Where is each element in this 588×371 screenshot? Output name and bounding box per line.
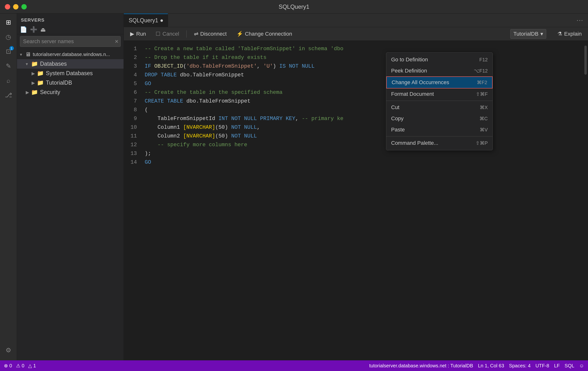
database-selector[interactable]: TutorialDB ▾ bbox=[510, 29, 546, 39]
explain-label: Explain bbox=[564, 31, 582, 37]
tab-modified-dot bbox=[160, 20, 163, 22]
tree-item-tutorialdb[interactable]: ▶ 📁 TutorialDB bbox=[17, 78, 124, 88]
traffic-lights bbox=[5, 4, 27, 10]
cancel-button[interactable]: ☐ Cancel bbox=[153, 29, 181, 39]
status-info[interactable]: △ 1 bbox=[28, 363, 36, 369]
tab-sqlquery1[interactable]: SQLQuery1 bbox=[124, 14, 168, 27]
ctx-cut-shortcut: ⌘X bbox=[480, 104, 488, 110]
ctx-separator-2 bbox=[386, 136, 493, 137]
folder-icon: 📁 bbox=[31, 61, 38, 67]
line-numbers: 1 2 3 4 5 6 7 8 9 10 11 12 13 14 bbox=[124, 41, 141, 360]
sidebar-item-bookmarks[interactable]: ⊡ 1 bbox=[2, 45, 15, 58]
ctx-change-all-label: Change All Occurrences bbox=[392, 79, 449, 86]
tree-item-security[interactable]: ▶ 📁 Security bbox=[17, 88, 124, 97]
ctx-cmd-palette-shortcut: ⇧⌘P bbox=[476, 140, 488, 146]
maximize-button[interactable] bbox=[21, 4, 27, 10]
status-spaces: Spaces: 4 bbox=[509, 363, 531, 369]
activity-bar: ⊞ ◷ ⊡ 1 ✎ ⌕ ⎇ ⚙ bbox=[0, 14, 17, 360]
change-connection-button[interactable]: ⚡ Change Connection bbox=[234, 29, 294, 39]
ctx-peek-def[interactable]: Peek Definition ⌥F12 bbox=[386, 65, 493, 76]
tree-area: ▾ 🖥 tutorialserver.database.windows.n...… bbox=[17, 49, 124, 360]
code-line: ( bbox=[145, 106, 583, 114]
status-position: Ln 1, Col 63 bbox=[478, 363, 504, 369]
status-language[interactable]: SQL bbox=[565, 363, 574, 369]
code-editor: 1 2 3 4 5 6 7 8 9 10 11 12 13 14 -- Crea… bbox=[124, 41, 588, 360]
database-name: TutorialDB bbox=[514, 31, 538, 37]
close-button[interactable] bbox=[5, 4, 10, 10]
scrollbar-thumb[interactable] bbox=[584, 46, 587, 75]
status-warnings[interactable]: ⚠ 0 bbox=[16, 363, 24, 369]
collapse-arrow: ▾ bbox=[26, 61, 31, 67]
ctx-change-all[interactable]: Change All Occurrences ⌘F2 bbox=[386, 76, 493, 89]
ctx-cmd-palette-label: Command Palette... bbox=[391, 140, 438, 146]
expand-arrow: ▶ bbox=[32, 80, 37, 86]
titlebar: SQLQuery1 bbox=[0, 0, 588, 14]
sidebar-item-history[interactable]: ◷ bbox=[2, 30, 15, 43]
search-clear-icon[interactable]: ✕ bbox=[115, 39, 119, 44]
code-line: Column1 [NVARCHAR](50) NOT NULL, bbox=[145, 123, 583, 132]
disconnect-button[interactable]: ⇌ Disconnect bbox=[191, 29, 229, 39]
ctx-cut-label: Cut bbox=[391, 104, 399, 110]
ctx-format-doc[interactable]: Format Document ⇧⌘F bbox=[386, 89, 493, 100]
sidebar-item-git[interactable]: ⎇ bbox=[2, 89, 15, 101]
scrollbar[interactable] bbox=[583, 41, 588, 360]
status-server[interactable]: tutorialserver.database.windows.net : Tu… bbox=[369, 363, 473, 369]
databases-label: Databases bbox=[40, 61, 67, 67]
minimize-button[interactable] bbox=[13, 4, 19, 10]
new-connection-icon[interactable]: ➕ bbox=[30, 26, 37, 33]
code-line: CREATE TABLE dbo.TableFromSnippet bbox=[145, 97, 583, 106]
ctx-go-to-def-shortcut: F12 bbox=[480, 57, 488, 62]
tree-item-system-databases[interactable]: ▶ 📁 System Databases bbox=[17, 69, 124, 78]
search-input[interactable] bbox=[20, 36, 121, 47]
code-line: -- specify more columns here bbox=[145, 141, 583, 149]
tree-item-databases[interactable]: ▾ 📁 Databases bbox=[17, 59, 124, 69]
expand-arrow: ▶ bbox=[26, 90, 31, 95]
status-encoding: UTF-8 bbox=[536, 363, 549, 369]
sidebar-toolbar: 📄 ➕ ⏏ bbox=[17, 25, 124, 34]
run-button[interactable]: ▶ Run bbox=[128, 29, 148, 39]
toolbar: ▶ Run ☐ Cancel ⇌ Disconnect ⚡ Change Con… bbox=[124, 27, 588, 41]
code-content[interactable]: -- Create a new table called 'TableFromS… bbox=[141, 41, 583, 360]
code-line: GO bbox=[145, 80, 583, 88]
ctx-go-to-def[interactable]: Go to Definition F12 bbox=[386, 54, 493, 65]
ctx-separator-1 bbox=[386, 101, 493, 101]
server-label: tutorialserver.database.windows.n... bbox=[33, 52, 110, 57]
status-errors[interactable]: ⊗ 0 bbox=[4, 363, 12, 369]
code-line: DROP TABLE dbo.TableFromSnippet bbox=[145, 71, 583, 80]
folder-icon: 📁 bbox=[37, 70, 44, 77]
expand-arrow: ▶ bbox=[32, 71, 37, 76]
tree-item-server[interactable]: ▾ 🖥 tutorialserver.database.windows.n... bbox=[17, 50, 124, 59]
tab-label: SQLQuery1 bbox=[129, 17, 158, 24]
disconnect-icon: ⇌ bbox=[194, 31, 198, 37]
dropdown-arrow-icon: ▾ bbox=[540, 31, 543, 37]
ctx-paste[interactable]: Paste ⌘V bbox=[386, 124, 493, 135]
server-icon: 🖥 bbox=[25, 51, 31, 58]
code-line: TableFromSnippetId INT NOT NULL PRIMARY … bbox=[145, 114, 583, 123]
sidebar-item-search[interactable]: ⌕ bbox=[2, 74, 15, 87]
sidebar-item-query[interactable]: ✎ bbox=[2, 60, 15, 72]
explain-button[interactable]: ⚗ Explain bbox=[555, 29, 584, 39]
code-line: IF OBJECT_ID('dbo.TableFromSnippet', 'U'… bbox=[145, 62, 583, 71]
more-tabs-button[interactable]: ⋯ bbox=[571, 14, 588, 27]
ctx-go-to-def-label: Go to Definition bbox=[391, 57, 428, 63]
code-line: -- Drop the table if it already exists bbox=[145, 53, 583, 62]
disconnect-icon[interactable]: ⏏ bbox=[40, 26, 46, 33]
window-title: SQLQuery1 bbox=[279, 3, 310, 10]
main-layout: ⊞ ◷ ⊡ 1 ✎ ⌕ ⎇ ⚙ SERVERS 📄 ➕ ⏏ ✕ ▾ 🖥 bbox=[0, 14, 588, 360]
status-smiley[interactable]: ☺ bbox=[579, 363, 584, 369]
run-icon: ▶ bbox=[130, 31, 134, 37]
ctx-cut[interactable]: Cut ⌘X bbox=[386, 102, 493, 113]
settings-icon[interactable]: ⚙ bbox=[2, 344, 15, 356]
code-line: -- Create a new table called 'TableFromS… bbox=[145, 45, 583, 53]
ctx-cmd-palette[interactable]: Command Palette... ⇧⌘P bbox=[386, 138, 493, 149]
ctx-peek-def-shortcut: ⌥F12 bbox=[474, 68, 488, 74]
activity-bottom: ⚙ bbox=[2, 344, 15, 356]
status-line-ending: LF bbox=[554, 363, 560, 369]
new-query-icon[interactable]: 📄 bbox=[20, 26, 27, 33]
folder-icon: 📁 bbox=[31, 89, 38, 96]
ctx-copy[interactable]: Copy ⌘C bbox=[386, 113, 493, 124]
sidebar-item-servers[interactable]: ⊞ bbox=[2, 16, 15, 29]
code-line: GO bbox=[145, 158, 583, 167]
status-left: ⊗ 0 ⚠ 0 △ 1 bbox=[4, 363, 36, 369]
separator bbox=[187, 30, 187, 38]
